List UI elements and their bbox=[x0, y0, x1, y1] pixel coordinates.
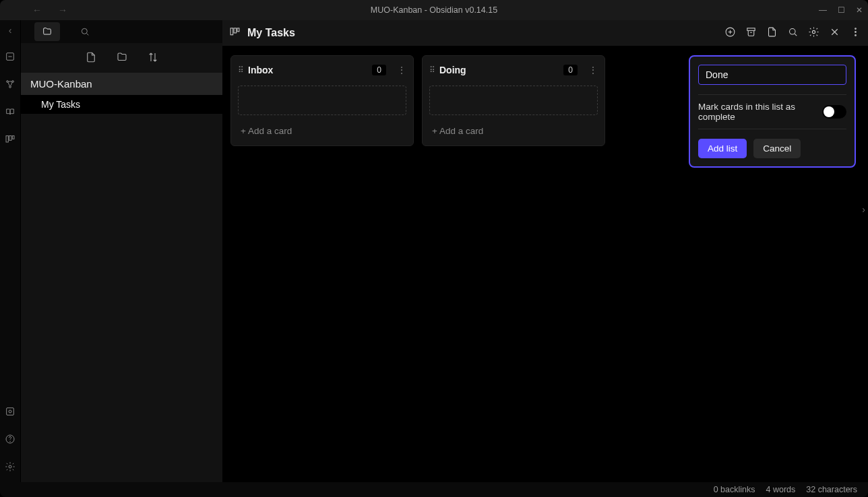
settings-icon[interactable] bbox=[5, 461, 16, 474]
svg-rect-4 bbox=[6, 136, 8, 142]
collapse-right-icon[interactable]: › bbox=[862, 204, 865, 215]
svg-rect-13 bbox=[230, 28, 233, 35]
column-title[interactable]: Doing bbox=[439, 65, 466, 75]
titlebar: ← → MUO-Kanban - Obsidian v0.14.15 — ☐ ✕ bbox=[0, 0, 868, 20]
note-icon[interactable] bbox=[766, 26, 778, 40]
svg-rect-7 bbox=[7, 408, 14, 416]
drag-handle-icon[interactable]: ⠿ bbox=[429, 65, 434, 75]
svg-rect-5 bbox=[9, 136, 11, 141]
graph-icon[interactable] bbox=[5, 79, 16, 92]
card-dropzone[interactable] bbox=[238, 86, 406, 115]
file-item[interactable]: My Tasks bbox=[21, 95, 222, 114]
search-in-board-icon[interactable] bbox=[787, 26, 799, 40]
vault-icon[interactable] bbox=[5, 406, 16, 419]
kanban-icon[interactable] bbox=[5, 134, 16, 147]
nav-forward-icon[interactable]: → bbox=[58, 5, 67, 15]
new-file-icon[interactable] bbox=[85, 51, 97, 65]
status-backlinks[interactable]: 0 backlinks bbox=[714, 485, 755, 494]
cancel-button[interactable]: Cancel bbox=[753, 139, 801, 158]
close-window-icon[interactable]: ✕ bbox=[856, 5, 863, 15]
kanban-column: ⠿ Inbox 0 ⋮ + Add a card bbox=[230, 55, 414, 146]
window-title: MUO-Kanban - Obsidian v0.14.15 bbox=[0, 5, 868, 15]
add-card-button[interactable]: + Add a card bbox=[231, 119, 413, 145]
more-icon[interactable] bbox=[850, 26, 861, 40]
svg-point-20 bbox=[855, 28, 857, 30]
add-card-button[interactable]: + Add a card bbox=[423, 119, 604, 145]
status-chars: 32 characters bbox=[806, 485, 857, 494]
mark-complete-label: Mark cards in this list as complete bbox=[698, 102, 806, 122]
svg-point-3 bbox=[9, 86, 11, 88]
card-dropzone[interactable] bbox=[429, 86, 598, 115]
archive-icon[interactable] bbox=[745, 26, 757, 40]
board-settings-icon[interactable] bbox=[808, 26, 819, 40]
maximize-icon[interactable]: ☐ bbox=[838, 5, 845, 15]
column-count: 0 bbox=[372, 65, 386, 75]
page-title: My Tasks bbox=[247, 27, 295, 39]
main-pane: My Tasks ⠿ Inbox 0 ⋮ + bbox=[222, 20, 868, 482]
svg-rect-15 bbox=[237, 28, 239, 32]
close-pane-icon[interactable] bbox=[829, 26, 840, 40]
ribbon: ‹ bbox=[0, 20, 20, 482]
mark-complete-toggle[interactable] bbox=[822, 105, 846, 119]
svg-point-19 bbox=[812, 30, 815, 33]
add-column-icon[interactable] bbox=[724, 26, 736, 40]
new-list-panel: Mark cards in this list as complete Add … bbox=[689, 55, 856, 168]
statusbar: 0 backlinks 4 words 32 characters bbox=[0, 482, 868, 497]
kanban-column: ⠿ Doing 0 ⋮ + Add a card bbox=[422, 55, 605, 146]
column-menu-icon[interactable]: ⋮ bbox=[397, 65, 406, 75]
sort-icon[interactable] bbox=[147, 51, 159, 65]
main-header: My Tasks bbox=[222, 20, 868, 46]
kanban-board: ⠿ Inbox 0 ⋮ + Add a card ⠿ Doing 0 ⋮ + A… bbox=[222, 46, 868, 482]
column-menu-icon[interactable]: ⋮ bbox=[588, 65, 598, 75]
minimize-icon[interactable]: — bbox=[819, 5, 827, 15]
svg-point-10 bbox=[10, 441, 11, 442]
book-icon[interactable] bbox=[5, 106, 16, 119]
kanban-view-icon[interactable] bbox=[229, 26, 241, 40]
quick-switch-icon[interactable] bbox=[5, 51, 16, 64]
help-icon[interactable] bbox=[5, 434, 16, 446]
svg-point-22 bbox=[855, 35, 857, 36]
vault-name[interactable]: MUO-Kanban bbox=[21, 73, 222, 95]
svg-point-18 bbox=[790, 29, 796, 35]
collapse-left-icon[interactable]: ‹ bbox=[9, 25, 12, 36]
svg-rect-6 bbox=[12, 136, 14, 139]
status-words: 4 words bbox=[766, 485, 795, 494]
svg-point-12 bbox=[82, 28, 87, 34]
add-list-button[interactable]: Add list bbox=[698, 139, 747, 158]
column-title[interactable]: Inbox bbox=[248, 65, 273, 75]
new-folder-icon[interactable] bbox=[116, 51, 128, 65]
new-list-name-input[interactable] bbox=[698, 65, 846, 85]
nav-back-icon[interactable]: ← bbox=[32, 5, 42, 15]
tab-search[interactable] bbox=[72, 22, 98, 41]
svg-point-21 bbox=[855, 32, 857, 33]
svg-rect-14 bbox=[234, 28, 237, 33]
sidebar: MUO-Kanban My Tasks bbox=[20, 20, 222, 482]
svg-point-8 bbox=[9, 410, 11, 413]
tab-files[interactable] bbox=[34, 22, 60, 41]
drag-handle-icon[interactable]: ⠿ bbox=[238, 65, 243, 75]
column-count: 0 bbox=[563, 65, 578, 75]
svg-point-11 bbox=[9, 465, 11, 468]
svg-rect-17 bbox=[747, 28, 755, 31]
